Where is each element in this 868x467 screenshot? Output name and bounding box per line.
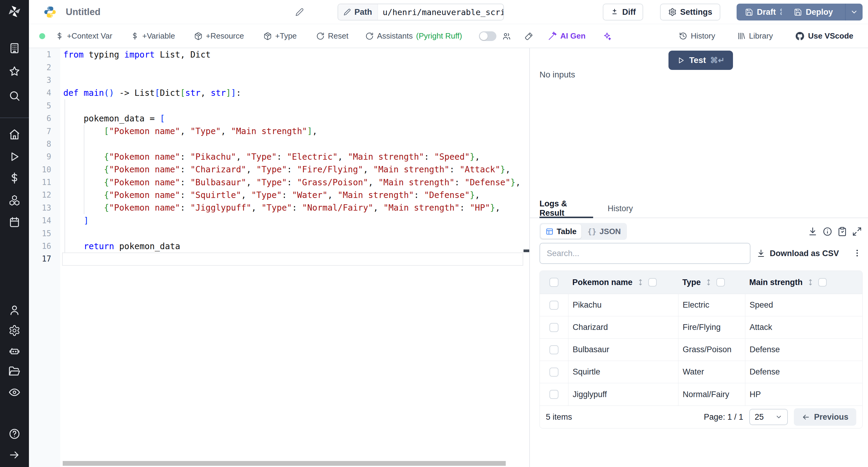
- path-field[interactable]: Path u/henri/maneuverable_script: [338, 4, 504, 21]
- windmill-logo[interactable]: [0, 4, 29, 19]
- sidebar-item-favorites[interactable]: [0, 65, 29, 78]
- history-button[interactable]: History: [679, 24, 715, 48]
- user-icon: [8, 304, 21, 316]
- format-button[interactable]: [524, 24, 533, 48]
- result-search-input[interactable]: [539, 243, 750, 264]
- path-label-group: Path: [338, 4, 378, 20]
- save-icon: [745, 8, 753, 16]
- sidebar-item-workers[interactable]: [0, 345, 29, 358]
- view-json-button[interactable]: {} JSON: [583, 224, 626, 239]
- download-csv-button[interactable]: Download as CSV: [756, 243, 839, 264]
- diff-button[interactable]: Diff: [603, 4, 643, 21]
- pencil-icon: [296, 8, 304, 16]
- braces-icon: {}: [587, 227, 596, 236]
- sidebar-item-runs[interactable]: [0, 150, 29, 163]
- wand-icon: [548, 32, 557, 41]
- tab-history[interactable]: History: [605, 199, 635, 218]
- building-icon: [8, 42, 21, 54]
- expand-result-button[interactable]: [852, 226, 862, 237]
- deploy-button[interactable]: Deploy: [782, 4, 845, 21]
- table-cell: Jigglypuff: [568, 383, 678, 406]
- sidebar-item-users[interactable]: [0, 303, 29, 317]
- view-table-button[interactable]: Table: [541, 224, 581, 239]
- code-editor[interactable]: 1from typing import List, Dict234def mai…: [29, 48, 529, 467]
- sidebar-item-workspace[interactable]: [0, 41, 29, 55]
- sidebar-item-search[interactable]: [0, 89, 29, 102]
- sidebar-item-audit[interactable]: [0, 386, 29, 399]
- sidebar-item-settings[interactable]: [0, 324, 29, 337]
- table-cell: Pikachu: [568, 294, 678, 316]
- download-result-button[interactable]: [808, 226, 818, 237]
- table-cell: Attack: [745, 316, 862, 338]
- view-switcher: Table {} JSON: [539, 223, 627, 240]
- horizontal-scrollbar[interactable]: [63, 461, 506, 466]
- library-icon: [737, 32, 746, 40]
- brush-icon: [524, 32, 533, 41]
- sidebar-item-help[interactable]: [0, 427, 29, 440]
- add-context-var-button[interactable]: +Context Var: [56, 24, 113, 48]
- select-all-checkbox[interactable]: [550, 278, 558, 287]
- table-cell: Bulbasaur: [568, 339, 678, 361]
- dollar-icon: [131, 32, 139, 40]
- use-vscode-button[interactable]: Use VScode: [795, 24, 853, 48]
- topbar: Untitled Path u/henri/maneuverable_scrip…: [29, 0, 868, 24]
- reset-button[interactable]: Reset: [316, 24, 348, 48]
- page-size-select[interactable]: 25: [749, 409, 788, 425]
- table-cell: Fire/Flying: [678, 316, 745, 338]
- row-checkbox[interactable]: [550, 301, 558, 310]
- column-filter-checkbox[interactable]: [818, 278, 827, 286]
- sparkles-icon: [602, 31, 612, 41]
- table-body: PikachuElectricSpeedCharizardFire/Flying…: [540, 294, 862, 406]
- table-cell: Water: [678, 361, 745, 383]
- add-type-button[interactable]: +Type: [264, 24, 297, 48]
- result-info-button[interactable]: [823, 226, 832, 237]
- toggle-switch[interactable]: [479, 31, 496, 41]
- code-lines: 1from typing import List, Dict234def mai…: [29, 48, 529, 266]
- library-button[interactable]: Library: [737, 24, 773, 48]
- sort-icon[interactable]: [807, 279, 814, 286]
- row-checkbox[interactable]: [550, 390, 558, 399]
- script-title: Untitled: [66, 0, 100, 24]
- deploy-split-button: Deploy: [782, 4, 863, 21]
- row-checkbox[interactable]: [550, 368, 558, 377]
- sort-icon[interactable]: [637, 279, 644, 286]
- ai-gen-button[interactable]: AI Gen: [548, 24, 586, 48]
- table-menu-button[interactable]: [849, 245, 866, 261]
- sidebar-item-resources[interactable]: [0, 194, 29, 207]
- save-icon: [794, 8, 802, 16]
- refresh-icon: [365, 32, 374, 40]
- row-checkbox[interactable]: [550, 323, 558, 332]
- table-cell: HP: [745, 383, 862, 406]
- test-button[interactable]: Test ⌘↵: [669, 51, 733, 70]
- sidebar-item-variables[interactable]: [0, 172, 29, 185]
- column-header: Main strength: [749, 278, 803, 287]
- code-line: 5: [29, 99, 529, 112]
- sidebar-item-folders[interactable]: [0, 365, 29, 378]
- edit-summary-button[interactable]: [296, 0, 304, 24]
- tab-logs-result[interactable]: Logs & Result: [539, 199, 593, 218]
- column-filter-checkbox[interactable]: [716, 278, 725, 286]
- add-variable-button[interactable]: +Variable: [131, 24, 175, 48]
- previous-page-button[interactable]: Previous: [794, 408, 856, 426]
- column-filter-checkbox[interactable]: [648, 278, 657, 286]
- table-row: PikachuElectricSpeed: [540, 294, 862, 316]
- info-icon: [823, 226, 832, 237]
- assistants-status: (Pyright Ruff): [416, 31, 462, 41]
- sidebar-collapse[interactable]: [0, 448, 29, 462]
- settings-button[interactable]: Settings: [660, 4, 720, 21]
- add-resource-button[interactable]: +Resource: [194, 24, 244, 48]
- line-number: 16: [29, 242, 60, 251]
- assistants-button[interactable]: Assistants (Pyright Ruff): [365, 24, 462, 48]
- row-checkbox[interactable]: [550, 345, 558, 354]
- star-icon: [8, 65, 21, 77]
- line-number: 2: [29, 63, 60, 72]
- deploy-menu-button[interactable]: [845, 4, 863, 21]
- table-cell: Grass/Poison: [678, 339, 745, 361]
- code-line: 11 {"Pokemon name": "Bulbasaur", "Type":…: [29, 176, 529, 189]
- sort-icon[interactable]: [705, 279, 712, 286]
- sidebar-item-home[interactable]: [0, 128, 29, 141]
- copy-result-button[interactable]: [837, 226, 847, 237]
- multiplayer-toggle[interactable]: [479, 24, 511, 48]
- sidebar-item-schedules[interactable]: [0, 215, 29, 229]
- ai-suggest-button[interactable]: [602, 24, 612, 48]
